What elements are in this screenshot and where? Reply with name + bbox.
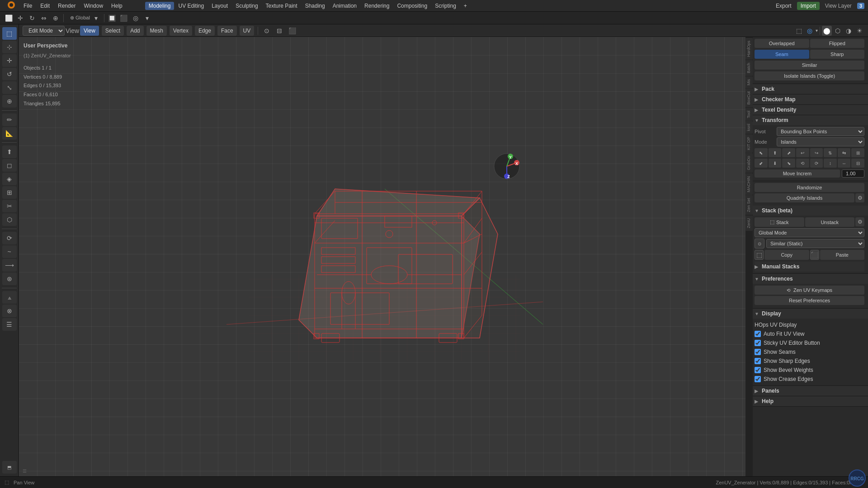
tgrid-4[interactable]: ↩ bbox=[796, 148, 809, 157]
vtab-kitop[interactable]: KIT OP bbox=[745, 134, 753, 153]
display-header[interactable]: ▼ Display bbox=[751, 309, 868, 319]
vtab-boxcut[interactable]: BoxCut bbox=[745, 89, 753, 108]
tool-measure[interactable]: 📐 bbox=[2, 127, 17, 140]
tgrid-14[interactable]: ↕ bbox=[824, 159, 837, 168]
btn-sharp[interactable]: Sharp bbox=[810, 50, 865, 59]
tool-transform2[interactable]: ⊕ bbox=[2, 95, 17, 108]
uv-btn[interactable]: UV bbox=[240, 26, 255, 36]
tool-scale[interactable]: ⇔ bbox=[39, 13, 49, 23]
tool-smooth[interactable]: ~ bbox=[2, 245, 17, 258]
xray-btn[interactable]: ⬚ bbox=[794, 26, 804, 36]
menu-file[interactable]: File bbox=[20, 2, 36, 10]
tool-annotate[interactable]: ✏ bbox=[2, 113, 17, 126]
tool-transform[interactable]: ⊕ bbox=[51, 13, 61, 23]
transform-header[interactable]: ▼ Transform bbox=[751, 115, 868, 125]
texel-header[interactable]: ▶ Texel Density bbox=[751, 105, 868, 115]
paste-icon[interactable]: ⬛ bbox=[810, 250, 819, 260]
seams-checkbox[interactable] bbox=[755, 349, 761, 355]
material-mode[interactable]: ◑ bbox=[844, 26, 854, 36]
move-increm-input[interactable] bbox=[842, 169, 864, 178]
btn-similar[interactable]: Similar bbox=[755, 61, 864, 70]
tool-bevel[interactable]: ◈ bbox=[2, 173, 17, 185]
tool-poly-build[interactable]: ⬡ bbox=[2, 213, 17, 226]
workspace-modeling[interactable]: Modeling bbox=[145, 2, 175, 10]
vertex-btn[interactable]: Vertex bbox=[170, 26, 192, 36]
tool-shear[interactable]: ⟁ bbox=[2, 291, 17, 304]
workspace-rendering[interactable]: Rendering bbox=[361, 2, 393, 10]
menu-render[interactable]: Render bbox=[54, 2, 79, 10]
snap-btn[interactable]: 🔲 bbox=[107, 13, 117, 23]
unstack-btn[interactable]: Unstack bbox=[805, 217, 855, 227]
edge-mode[interactable]: ⊟ bbox=[274, 26, 284, 36]
main-viewport[interactable]: User Perspective (1) ZenUV_Zenerator Obj… bbox=[19, 37, 750, 476]
tool-move2[interactable]: ✛ bbox=[2, 54, 17, 67]
workspace-texture[interactable]: Texture Paint bbox=[262, 2, 301, 10]
import-btn[interactable]: Import bbox=[797, 2, 820, 10]
add-btn[interactable]: Add bbox=[127, 26, 143, 36]
tool-extrude[interactable]: ⬆ bbox=[2, 145, 17, 158]
global-dropdown[interactable]: ▾ bbox=[91, 13, 101, 23]
tgrid-1[interactable]: ⬉ bbox=[755, 148, 768, 157]
sharp-checkbox[interactable] bbox=[755, 358, 761, 364]
copy-btn[interactable]: Copy bbox=[764, 250, 809, 260]
render-mode[interactable]: ☀ bbox=[854, 26, 864, 36]
overlay-btn[interactable]: ◎ bbox=[805, 26, 815, 36]
tgrid-8[interactable]: ⊞ bbox=[851, 148, 864, 157]
tgrid-16[interactable]: ⊟ bbox=[851, 159, 864, 168]
bevel-checkbox[interactable] bbox=[755, 367, 761, 373]
reset-preferences-btn[interactable]: Reset Preferences bbox=[755, 296, 864, 305]
face-mode[interactable]: ⬛ bbox=[287, 26, 297, 36]
workspace-add[interactable]: + bbox=[460, 2, 471, 10]
similar-icon[interactable]: ⊙ bbox=[755, 239, 764, 249]
vtab-batch[interactable]: Batch bbox=[745, 60, 753, 76]
pack-header[interactable]: ▶ Pack bbox=[751, 84, 868, 94]
menu-edit[interactable]: Edit bbox=[37, 2, 53, 10]
tgrid-13[interactable]: ⟳ bbox=[810, 159, 823, 168]
tool-inset[interactable]: ◻ bbox=[2, 159, 17, 172]
vtab-machin[interactable]: MACHIN bbox=[745, 174, 753, 195]
quadrify-gear[interactable]: ⚙ bbox=[855, 193, 864, 202]
manual-stacks-header[interactable]: ▶ Manual Stacks bbox=[755, 262, 864, 272]
tool-spin[interactable]: ⟳ bbox=[2, 232, 17, 244]
help-header[interactable]: ▶ Help bbox=[751, 396, 868, 406]
tgrid-10[interactable]: ⬇ bbox=[769, 159, 782, 168]
tool-rotate2[interactable]: ↺ bbox=[2, 68, 17, 80]
tool-select[interactable]: ⬚ bbox=[2, 27, 17, 40]
snap-grid[interactable]: ⬛ bbox=[119, 13, 129, 23]
proportional-drop[interactable]: ▾ bbox=[142, 13, 152, 23]
workspace-sculpting[interactable]: Sculpting bbox=[232, 2, 261, 10]
workspace-scripting[interactable]: Scripting bbox=[431, 2, 460, 10]
randomize-btn[interactable]: Randomize bbox=[755, 183, 864, 192]
tgrid-3[interactable]: ⬈ bbox=[782, 148, 795, 157]
solid-mode[interactable]: ⬤ bbox=[822, 26, 832, 36]
menu-window[interactable]: Window bbox=[80, 2, 107, 10]
export-btn[interactable]: Export bbox=[772, 2, 795, 10]
tgrid-11[interactable]: ⬊ bbox=[782, 159, 795, 168]
tool-edge-slide[interactable]: ⟶ bbox=[2, 259, 17, 272]
stack-header[interactable]: ▼ Stack (beta) bbox=[751, 206, 868, 216]
paste-btn[interactable]: Paste bbox=[820, 250, 865, 260]
stack-btn[interactable]: ⬚ Stack bbox=[755, 217, 804, 227]
tgrid-7[interactable]: ⇆ bbox=[838, 148, 851, 157]
vertex-mode[interactable]: ⊙ bbox=[262, 26, 272, 36]
tgrid-5[interactable]: ↪ bbox=[810, 148, 823, 157]
face-btn[interactable]: Face bbox=[217, 26, 237, 36]
btn-flipped[interactable]: Flipped bbox=[810, 39, 865, 48]
preferences-header[interactable]: ▼ Preferences bbox=[751, 274, 868, 284]
view-btn[interactable]: View bbox=[80, 26, 99, 36]
tgrid-15[interactable]: ↔ bbox=[838, 159, 851, 168]
quadrify-btn[interactable]: Quadrify Islands bbox=[755, 193, 854, 202]
global-mode-select[interactable]: Global Mode bbox=[755, 228, 864, 237]
vtab-zenu[interactable]: ZenU bbox=[745, 216, 753, 231]
btn-seam[interactable]: Seam bbox=[755, 50, 809, 59]
menu-help[interactable]: Help bbox=[108, 2, 126, 10]
move-increm-btn[interactable]: Move Increm bbox=[755, 169, 840, 178]
wireframe-mode[interactable]: ⬡ bbox=[833, 26, 843, 36]
tool-loop-cut[interactable]: ⊞ bbox=[2, 186, 17, 199]
panels-header[interactable]: ▶ Panels bbox=[751, 386, 868, 396]
tool-cursor[interactable]: ⊹ bbox=[2, 41, 17, 53]
select-btn[interactable]: Select bbox=[102, 26, 124, 36]
workspace-compositing[interactable]: Compositing bbox=[393, 2, 431, 10]
edit-mode-select[interactable]: Edit Mode bbox=[23, 26, 65, 36]
btn-overlapped[interactable]: Overlapped bbox=[755, 39, 809, 48]
